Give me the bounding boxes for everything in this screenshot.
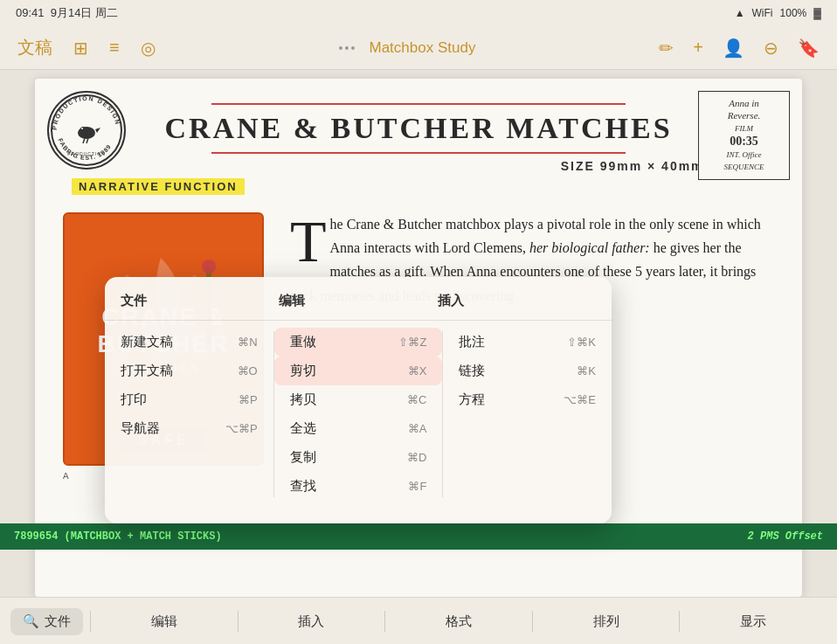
menu-item-open-doc[interactable]: 打开文稿 ⌘O <box>105 357 273 385</box>
menu-item-select-all[interactable]: 全选 ⌘A <box>274 414 443 443</box>
toolbar-center: ••• Matchbox Study <box>339 39 476 57</box>
menu-item-format-button[interactable]: 格式 <box>385 605 532 639</box>
search-icon: 🔍 <box>23 613 39 629</box>
menu-item-print[interactable]: 打印 ⌘P <box>105 385 273 414</box>
battery-icon: ▓ <box>813 7 821 19</box>
menu-item-edit-button[interactable]: 编辑 <box>91 605 238 639</box>
dropdown-overlay: 文件 编辑 插入 新建文稿 ⌘N 打开文稿 <box>0 70 837 597</box>
edit-column: 重做 ⇧⌘Z 剪切 ⌘X 拷贝 ⌘C 全选 ⌘A <box>274 328 443 501</box>
add-button[interactable]: + <box>689 36 707 59</box>
menu-item-arrange-button[interactable]: 排列 <box>533 605 680 639</box>
menu-item-equation[interactable]: 方程 ⌥⌘E <box>443 385 612 414</box>
bottom-bar: 🔍 文件 编辑 插入 格式 排列 显示 <box>0 597 837 644</box>
toolbar-left: 文稿 ⊞ ≡ ◎ <box>14 34 159 61</box>
menu-item-navigator[interactable]: 导航器 ⌥⌘P <box>105 414 273 443</box>
share-button[interactable]: 👤 <box>719 36 748 60</box>
status-bar: 09:41 9月14日 周二 ▲ WiFi 100% ▓ <box>0 0 837 26</box>
docs-button[interactable]: 文稿 <box>14 34 56 61</box>
document-title: Matchbox Study <box>369 39 475 56</box>
dropdown-menu: 文件 编辑 插入 新建文稿 ⌘N 打开文稿 <box>105 277 612 523</box>
file-column: 新建文稿 ⌘N 打开文稿 ⌘O 打印 ⌘P 导航器 ⌥⌘P <box>105 328 273 501</box>
menu-item-new-doc[interactable]: 新建文稿 ⌘N <box>105 328 273 357</box>
status-indicators: ▲ WiFi 100% ▓ <box>735 7 821 19</box>
menu-item-view-button[interactable]: 显示 <box>680 605 827 639</box>
menu-bottom: 🔍 文件 编辑 插入 格式 排列 显示 <box>0 598 837 644</box>
bookmark-button[interactable]: 🔖 <box>794 36 823 60</box>
outline-button[interactable]: ≡ <box>106 36 123 59</box>
wifi-icon: ▲ <box>735 7 745 19</box>
pencil-button[interactable]: ✏ <box>655 36 677 60</box>
dropdown-header: 文件 编辑 插入 <box>105 293 612 321</box>
battery-label: 100% <box>780 7 807 19</box>
settings-button[interactable]: ◎ <box>137 36 159 60</box>
sidebar-toggle-button[interactable]: ⊞ <box>70 36 92 60</box>
menu-item-redo[interactable]: 重做 ⇧⌘Z <box>274 328 443 357</box>
main-content: PRODUCTION DESIGN FABRIG EST. 1989 PRODU… <box>0 70 837 597</box>
menu-item-insert-button[interactable]: 插入 <box>239 605 385 639</box>
status-time-date: 09:41 9月14日 周二 <box>16 5 118 21</box>
menu-item-cut[interactable]: 剪切 ⌘X <box>274 357 443 385</box>
toolbar-dots: ••• <box>339 41 357 55</box>
insert-column: 批注 ⇧⌘K 链接 ⌘K 方程 ⌥⌘E <box>443 328 612 501</box>
menu-search-file-button[interactable]: 🔍 文件 <box>10 608 83 635</box>
menu-search-label: 文件 <box>45 613 71 630</box>
dropdown-col-file: 文件 <box>121 293 279 309</box>
menu-item-copy[interactable]: 拷贝 ⌘C <box>274 385 443 414</box>
wifi-label: WiFi <box>752 7 773 19</box>
dropdown-col-edit: 编辑 <box>279 293 437 309</box>
toolbar-right: ✏ + 👤 ⊖ 🔖 <box>655 36 823 60</box>
menu-item-duplicate[interactable]: 复制 ⌘D <box>274 443 443 472</box>
zoom-out-button[interactable]: ⊖ <box>760 36 782 60</box>
menu-item-link[interactable]: 链接 ⌘K <box>443 357 612 385</box>
toolbar: 文稿 ⊞ ≡ ◎ ••• Matchbox Study ✏ + 👤 ⊖ 🔖 <box>0 26 837 70</box>
menu-item-find[interactable]: 查找 ⌘F <box>274 472 443 501</box>
dropdown-col-insert: 插入 <box>438 293 596 309</box>
dropdown-body: 新建文稿 ⌘N 打开文稿 ⌘O 打印 ⌘P 导航器 ⌥⌘P <box>105 321 612 508</box>
menu-item-annotation[interactable]: 批注 ⇧⌘K <box>443 328 612 357</box>
